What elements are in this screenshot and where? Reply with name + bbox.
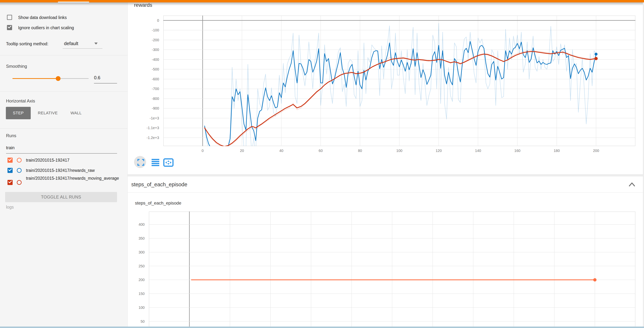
data-table-icon[interactable] bbox=[152, 159, 159, 166]
run-2-checkbox[interactable] bbox=[8, 168, 12, 173]
run-1-checkbox[interactable] bbox=[8, 158, 12, 163]
y-tick-label: -1.2e+3 bbox=[132, 136, 159, 140]
y-tick-label: -1.1e+3 bbox=[132, 126, 159, 130]
tooltip-sorting-label: Tooltip sorting method: bbox=[6, 41, 48, 46]
run-2-radio[interactable] bbox=[17, 168, 22, 173]
steps-chart-canvas[interactable] bbox=[149, 211, 636, 328]
check-icon bbox=[8, 179, 12, 183]
x-tick-label: 120 bbox=[428, 149, 450, 153]
y-tick-label: -100 bbox=[132, 28, 159, 32]
axis-wall-button[interactable]: WALL bbox=[65, 107, 87, 119]
y-tick-label: -500 bbox=[132, 67, 159, 71]
x-tick-label: 140 bbox=[467, 149, 489, 153]
x-tick-label: 100 bbox=[388, 149, 410, 153]
steps-section-header[interactable]: steps_of_each_episode bbox=[128, 176, 643, 193]
settings-sidebar: Show data download links Ignore outliers… bbox=[0, 2, 128, 328]
y-tick-label: -1e+3 bbox=[132, 116, 159, 120]
smoothing-slider-handle[interactable] bbox=[56, 76, 60, 81]
app-header-bar bbox=[0, 0, 644, 2]
run-3-radio[interactable] bbox=[17, 180, 22, 185]
steps-card-title: steps_of_each_episode bbox=[135, 200, 182, 206]
run-1-label: train/20201015-192417 bbox=[26, 158, 125, 163]
y-tick-label: -600 bbox=[132, 77, 159, 81]
x-tick-label: 60 bbox=[310, 149, 332, 153]
axis-step-button[interactable]: STEP bbox=[6, 107, 31, 119]
smoothing-value-underline bbox=[94, 83, 117, 83]
smoothing-slider[interactable] bbox=[12, 78, 89, 79]
runs-label: Runs bbox=[6, 133, 16, 138]
x-tick-label: 160 bbox=[506, 149, 528, 153]
x-tick-label: 200 bbox=[585, 149, 607, 153]
logs-label: logs bbox=[6, 205, 14, 210]
y-tick-label: -900 bbox=[132, 106, 159, 111]
fit-domain-icon[interactable] bbox=[164, 159, 173, 166]
toggle-all-runs-button[interactable]: TOGGLE ALL RUNS bbox=[5, 192, 117, 202]
fullscreen-icon[interactable] bbox=[138, 160, 144, 165]
x-tick-label: 20 bbox=[231, 149, 253, 153]
steps-section-title: steps_of_each_episode bbox=[131, 181, 187, 187]
run-3-checkbox[interactable] bbox=[8, 180, 12, 185]
y-tick-label: 0 bbox=[132, 18, 159, 23]
toolbar-icons bbox=[134, 156, 174, 169]
axis-relative-button[interactable]: RELATIVE bbox=[34, 107, 62, 119]
dropdown-underline bbox=[63, 48, 102, 49]
smoothing-slider-fill bbox=[12, 78, 58, 79]
y-tick-label: -300 bbox=[132, 47, 159, 52]
check-icon bbox=[8, 25, 12, 28]
run-filter-input[interactable]: train bbox=[6, 145, 15, 150]
x-tick-label: 0 bbox=[192, 149, 214, 153]
run-3-label: train/20201015-192417/rewards_moving_ave… bbox=[26, 175, 123, 181]
ignore-outliers-label: Ignore outliers in chart scaling bbox=[18, 25, 74, 30]
tensorboard-app: Show data download links Ignore outliers… bbox=[0, 0, 644, 328]
divider bbox=[0, 55, 128, 55]
smoothing-value-input[interactable]: 0.6 bbox=[94, 75, 117, 80]
y-tick-label: -400 bbox=[132, 57, 159, 62]
y-tick-label: -200 bbox=[132, 38, 159, 42]
divider bbox=[0, 91, 128, 92]
collapse-section-icon[interactable] bbox=[628, 181, 636, 187]
smoothing-label: Smoothing bbox=[6, 64, 27, 69]
dropdown-arrow-icon[interactable] bbox=[94, 42, 98, 45]
show-data-download-links-checkbox[interactable] bbox=[7, 15, 12, 20]
run-1-radio[interactable] bbox=[17, 158, 22, 163]
tooltip-sorting-dropdown[interactable]: default bbox=[64, 41, 78, 46]
check-icon bbox=[8, 167, 12, 171]
show-data-download-links-label: Show data download links bbox=[18, 15, 67, 20]
scrollbar[interactable] bbox=[643, 2, 644, 328]
ignore-outliers-checkbox[interactable] bbox=[7, 25, 12, 30]
horizontal-axis-label: Horizontal Axis bbox=[6, 98, 35, 104]
x-tick-label: 180 bbox=[546, 149, 568, 153]
y-tick-label: -800 bbox=[132, 96, 159, 101]
bottom-edge bbox=[0, 327, 644, 328]
x-tick-label: 40 bbox=[270, 149, 292, 153]
check-icon bbox=[8, 157, 12, 161]
rewards-chart-canvas[interactable] bbox=[163, 15, 636, 146]
rewards-card-title: rewards bbox=[134, 2, 152, 8]
run-2-label: train/20201015-192417/rewards_raw bbox=[26, 168, 125, 173]
y-tick-label: -700 bbox=[132, 87, 159, 91]
rewards-card-toolbar bbox=[134, 156, 174, 169]
run-filter-underline bbox=[6, 153, 117, 154]
x-tick-label: 80 bbox=[349, 149, 371, 153]
active-tab-underline bbox=[58, 2, 89, 2]
divider bbox=[0, 128, 128, 129]
